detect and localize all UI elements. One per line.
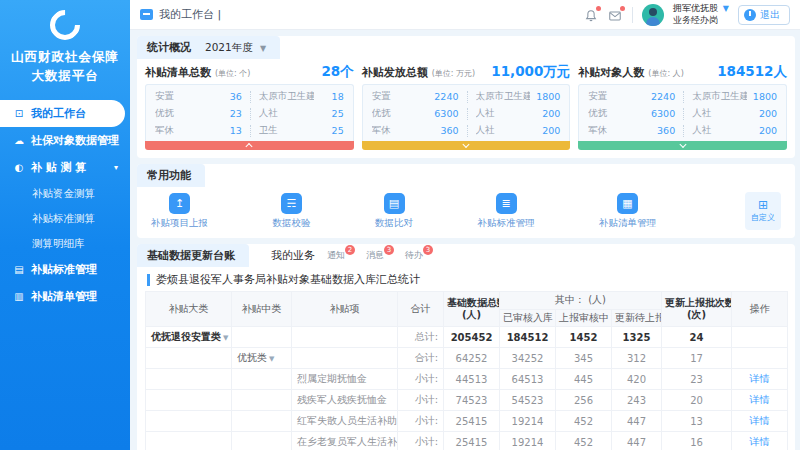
table-title-row: 娄烦县退役军人事务局补贴对象基础数据入库汇总统计 [137,267,795,291]
upload-icon: ↥ [169,193,190,214]
col-header-total-l2: (人) [447,309,496,322]
mail-icon[interactable] [608,8,623,22]
message-badge-group[interactable]: 消息 3 [366,249,393,262]
detail-link[interactable]: 详情 [750,436,770,447]
total-value: 64252 [444,348,500,369]
message-count-badge: 3 [384,245,394,255]
row-value: 360 [643,125,675,136]
badge-label: 待办 [405,250,423,260]
sidebar-subitem-fund-calc[interactable]: 补贴资金测算 [0,181,130,206]
chevron-down-icon[interactable]: ▼ [223,334,228,342]
sidebar-menu: ⊡ 我的工作台 ☁ 社保对象数据管理 ◐ 补 贴 测 算 ▾ 补贴资金测算 补贴… [0,100,130,310]
sidebar-subitem-calc-detail-db[interactable]: 测算明细库 [0,231,130,256]
batches-value: 17 [662,348,732,369]
workbench-icon: ⊡ [12,108,26,119]
sidebar-item-social-security-data[interactable]: ☁ 社保对象数据管理 [0,127,130,154]
quick-item-subsidy-project-upload[interactable]: ↥ 补贴项目上报 [151,193,208,230]
row-value: 200 [530,108,560,119]
row-label: 人社 [476,107,531,120]
chevron-up-icon [246,143,253,150]
quick-item-data-check[interactable]: ☴ 数据校验 [273,193,311,230]
logout-button[interactable]: 退出 [738,5,790,25]
major-category: 优抚退役安置类 [151,331,221,342]
content: 统计概况 2021年度 ▼ 补贴清单总数 (单位: 个) 28个 [130,30,800,450]
chevron-down-icon[interactable]: ▼ [269,355,274,363]
col-header-reviewed: 已审核入库 [500,309,556,327]
bell-icon[interactable] [584,8,599,22]
card-row: 军休360 人社200 [372,122,561,139]
dotted-divider [250,125,251,137]
col-header-item: 补贴项 [292,292,398,327]
avatar[interactable] [642,4,664,26]
card-unit: (单位: 个) [215,68,250,79]
sidebar-item-subsidy-list-mgmt[interactable]: ▥ 补贴清单管理 [0,283,130,310]
ledger-table: 补贴大类 补贴中类 补贴项 合计 基础数据总数 (人) 其中： (人) 更新上报… [145,291,788,450]
agg-label: 小计: [398,432,444,450]
row-value: 360 [427,125,459,136]
topbar-right: 拥军优抚股 ▼ 业务经办岗 退出 [584,3,790,26]
pending-value: 312 [612,348,662,369]
year-filter-dropdown[interactable]: 2021年度 ▼ [205,41,266,55]
quick-tab: 常用功能 [137,164,205,187]
standard-doc-icon: ≣ [496,193,517,214]
quick-item-standard-mgmt[interactable]: ≣ 补贴标准管理 [478,193,535,230]
todo-badge-group[interactable]: 待办 3 [405,249,432,262]
detail-link[interactable]: 详情 [750,415,770,426]
quick-item-data-compare[interactable]: ▤ 数据比对 [375,193,413,230]
subsidy-item: 烈属定期抚恤金 [292,369,398,390]
card-row: 军休13 卫生25 [155,122,344,139]
sidebar-item-my-workbench[interactable]: ⊡ 我的工作台 [0,100,125,127]
ledger-panel: 基础数据更新台账 我的业务 通知 2 消息 3 待办 3 [137,244,795,450]
customize-button[interactable]: ⊞ 自定义 [745,192,781,230]
table-title: 娄烦县退役军人事务局补贴对象基础数据入库汇总统计 [156,272,420,287]
social-data-icon: ☁ [12,135,26,146]
year-filter-value: 2021年度 [205,41,253,53]
row-value: 6300 [427,108,459,119]
col-header-total-l1: 基础数据总数 [447,297,496,310]
chevron-down-icon: ▾ [114,163,118,172]
stats-panel: 统计概况 2021年度 ▼ 补贴清单总数 (单位: 个) 28个 [137,36,795,158]
app-window: 山西财政社会保障 大数据平台 ⊡ 我的工作台 ☁ 社保对象数据管理 ◐ 补 贴 … [0,0,800,450]
card-head: 补贴清单总数 (单位: 个) 28个 [145,63,354,81]
reviewing-value: 1452 [556,327,612,348]
quick-functions-panel: 常用功能 ↥ 补贴项目上报 ☴ 数据校验 ▤ [137,164,795,238]
tab-my-business[interactable]: 我的业务 [271,248,315,263]
col-header-batches-l2: (次) [665,309,728,322]
subsidy-item: 残疾军人残疾抚恤金 [292,390,398,411]
card-row: 优抚23 人社25 [155,105,344,122]
quick-item-list-mgmt[interactable]: ▦ 补贴清单管理 [599,193,656,230]
sidebar-subitem-standard-calc[interactable]: 补贴标准测算 [0,206,130,231]
card-detail-box: 安置2240 太原市卫生建...1800 优抚6300 人社200 军休360 [578,84,787,141]
mid-category: 优抚类 [237,352,267,363]
card-unit: (单位: 万元) [432,68,475,79]
logout-label: 退出 [760,8,780,22]
sidebar-item-subsidy-calc[interactable]: ◐ 补 贴 测 算 ▾ [0,154,130,181]
platform-title: 山西财政社会保障 大数据平台 [0,48,130,86]
col-header-agg: 合计 [398,292,444,327]
notice-badge-group[interactable]: 通知 2 [327,249,354,262]
todo-count-badge: 3 [423,245,433,255]
tab-base-data-ledger[interactable]: 基础数据更新台账 [137,244,249,267]
calculator-icon: ◐ [12,162,26,173]
platform-title-line2: 大数据平台 [0,67,130,86]
stat-cards: 补贴清单总数 (单位: 个) 28个 安置36 太原市卫生建...18 [137,59,795,158]
card-collapse-bar[interactable] [145,141,354,150]
detail-link[interactable]: 详情 [750,394,770,405]
user-role-dropdown[interactable]: 拥军优抚股 ▼ 业务经办岗 [673,3,729,26]
card-collapse-bar[interactable] [578,141,787,150]
customize-label: 自定义 [751,212,775,223]
row-value: 2240 [427,91,459,102]
stats-section-title: 统计概况 [147,40,191,55]
platform-logo-icon [44,4,86,46]
chevron-down-icon [462,141,469,148]
row-value: 36 [210,91,242,102]
sidebar-item-label: 补贴标准管理 [31,262,97,277]
card-collapse-bar[interactable] [362,141,571,150]
sidebar-item-subsidy-standard-mgmt[interactable]: ▤ 补贴标准管理 [0,256,130,283]
standard-doc-icon: ▤ [12,264,26,275]
row-value: 1800 [530,91,560,102]
pending-value: 243 [612,390,662,411]
detail-link[interactable]: 详情 [750,373,770,384]
row-label: 太原市卫生建... [259,90,314,103]
page-title: 我的工作台 | [159,7,221,22]
